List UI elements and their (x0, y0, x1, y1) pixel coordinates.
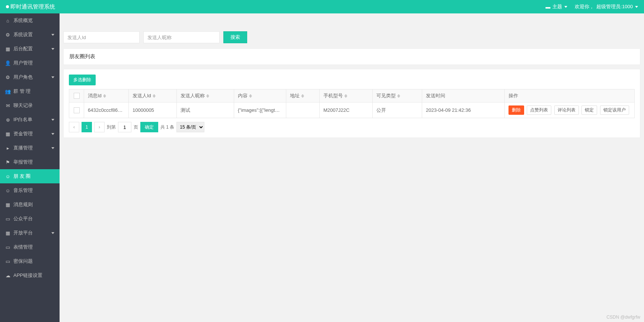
lock-button[interactable]: 锁定 (581, 105, 597, 115)
card-icon: ▭ (5, 216, 10, 221)
cloud-icon: ☁ (5, 273, 10, 278)
sidebar-item-label: 后台配置 (13, 45, 33, 52)
data-table: 消息Id 发送人Id 发送人昵称 内容 地址 手机型号 可见类型 发送时间 操作 (69, 89, 635, 118)
chevron-down-icon (635, 6, 638, 8)
theme-label: 主题 (552, 3, 562, 10)
sidebar-item-1[interactable]: ⚙系统设置 (0, 28, 60, 42)
card: 朋友圈列表 (63, 48, 640, 65)
cell-vis: 公开 (373, 102, 422, 118)
col-senderid[interactable]: 发送人Id (133, 93, 151, 98)
sidebar-item-label: 用户管理 (13, 60, 33, 66)
sidebar-item-17[interactable]: ▭密保问题 (0, 254, 60, 268)
comment-list-button[interactable]: 评论列表 (554, 105, 579, 115)
sidebar-item-label: 表情管理 (13, 244, 33, 250)
cell-senderid: 10000005 (129, 102, 177, 118)
sidebar-item-label: IP白名单 (13, 116, 32, 123)
chevron-down-icon (564, 6, 567, 8)
cell-addr (286, 102, 319, 118)
sidebar-item-label: 系统设置 (13, 31, 33, 38)
card-title: 朋友圈列表 (64, 49, 640, 65)
delete-button[interactable]: 删除 (508, 105, 524, 115)
row-checkbox[interactable] (74, 107, 80, 113)
sidebar-item-14[interactable]: ▭公众平台 (0, 212, 60, 226)
page-1-button[interactable]: 1 (82, 122, 92, 132)
sidebar-item-13[interactable]: ▦消息规则 (0, 198, 60, 212)
sidebar-item-4[interactable]: ⚙用户角色 (0, 70, 60, 84)
sidebar-item-10[interactable]: ⚑举报管理 (0, 155, 60, 169)
sidebar-item-18[interactable]: ☁APP链接设置 (0, 268, 60, 282)
select-all-checkbox[interactable] (74, 93, 80, 99)
goto-page-input[interactable] (118, 122, 131, 132)
sidebar-item-label: 群 管 理 (13, 88, 31, 95)
calendar-icon: ▦ (5, 131, 10, 136)
sidebar-item-label: 举报管理 (13, 159, 33, 165)
sidebar-item-label: 音乐管理 (13, 187, 33, 194)
next-page-button[interactable]: › (94, 122, 105, 132)
user-menu[interactable]: 欢迎你， 超级管理员:1000 (575, 3, 638, 10)
sidebar-item-label: 直播管理 (13, 145, 33, 151)
batch-delete-button[interactable]: 多选删除 (69, 75, 96, 85)
sidebar-item-label: 系统概览 (13, 17, 33, 24)
sidebar-item-0[interactable]: ⌂系统概览 (0, 13, 60, 28)
sidebar-item-7[interactable]: ⊕IP白名单 (0, 113, 60, 127)
chevron-down-icon (51, 147, 54, 149)
chat-icon: ▬ (545, 4, 550, 10)
calendar-icon: ▦ (5, 46, 10, 51)
welcome-prefix: 欢迎你， (575, 3, 594, 10)
home-icon: ⌂ (5, 18, 10, 23)
sender-id-input[interactable] (63, 31, 140, 43)
table-row: 6432c0cccf861d... 10000005 测试 {"images":… (69, 102, 635, 118)
total-count: 共 1 条 (160, 124, 174, 130)
sidebar-item-9[interactable]: ▸直播管理 (0, 141, 60, 155)
chevron-down-icon (51, 119, 54, 121)
app-title: 即时通讯管理系统 (10, 3, 55, 10)
lock-user-button[interactable]: 锁定该用户 (600, 105, 629, 115)
sidebar-item-5[interactable]: 👥群 管 理 (0, 84, 60, 98)
sidebar-item-8[interactable]: ▦资金管理 (0, 127, 60, 141)
search-button[interactable]: 搜索 (223, 31, 247, 43)
sidebar-item-label: 公众平台 (13, 215, 33, 222)
calendar-icon: ▦ (5, 230, 10, 236)
col-addr[interactable]: 地址 (290, 93, 300, 98)
calendar-icon: ▦ (5, 202, 10, 207)
col-vis[interactable]: 可见类型 (376, 93, 396, 98)
like-list-button[interactable]: 点赞列表 (527, 105, 551, 115)
pagination: ‹ 1 › 到第 页 确定 共 1 条 15 条/页 (69, 122, 635, 132)
group-icon: 👥 (5, 89, 10, 94)
col-content[interactable]: 内容 (238, 93, 248, 98)
search-bar: 搜索 (60, 13, 644, 47)
sidebar-item-3[interactable]: 👤用户管理 (0, 56, 60, 70)
sidebar-item-label: 密保问题 (13, 258, 33, 265)
sidebar-item-label: APP链接设置 (13, 272, 42, 279)
watermark: CSDN @dwfgrfw (606, 315, 640, 320)
card-icon: ▭ (5, 259, 10, 264)
sidebar-item-12[interactable]: ☺音乐管理 (0, 183, 60, 198)
col-phone[interactable]: 手机型号 (323, 93, 343, 98)
sidebar-item-2[interactable]: ▦后台配置 (0, 42, 60, 56)
sidebar-item-15[interactable]: ▦开放平台 (0, 226, 60, 240)
chat-icon: ✉ (5, 103, 10, 108)
col-nick[interactable]: 发送人昵称 (181, 93, 205, 98)
cell-time: 2023-04-09 21:42:36 (422, 102, 504, 118)
user-label: 超级管理员:1000 (596, 3, 633, 10)
cell-content: {"images":[{"length":0,... (234, 102, 286, 118)
logo-dot (6, 5, 9, 8)
sender-nick-input[interactable] (143, 31, 220, 43)
theme-button[interactable]: ▬ 主题 (545, 3, 567, 10)
sidebar-item-label: 朋 友 圈 (13, 173, 31, 180)
sidebar-item-6[interactable]: ✉聊天记录 (0, 98, 60, 113)
prev-page-button[interactable]: ‹ (69, 122, 79, 132)
cell-phone: M2007J22C (319, 102, 372, 118)
sidebar-item-label: 开放平台 (13, 230, 33, 236)
table-container: 多选删除 消息Id 发送人Id 发送人昵称 内容 地址 手机型号 可见类型 发送… (63, 69, 640, 138)
chevron-down-icon (51, 34, 54, 36)
col-msgid[interactable]: 消息Id (88, 93, 102, 98)
col-time[interactable]: 发送时间 (426, 93, 445, 98)
goto-confirm-button[interactable]: 确定 (140, 122, 158, 132)
sidebar-item-11[interactable]: ☺朋 友 圈 (0, 169, 60, 183)
sidebar-item-label: 聊天记录 (13, 102, 33, 109)
per-page-select[interactable]: 15 条/页 (176, 122, 204, 132)
goto-prefix: 到第 (107, 124, 116, 130)
sidebar-item-label: 资金管理 (13, 130, 33, 137)
sidebar-item-16[interactable]: ▭表情管理 (0, 240, 60, 254)
